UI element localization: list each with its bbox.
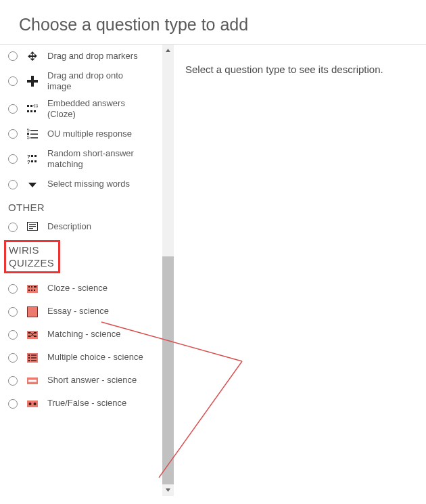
radio-icon[interactable]	[8, 307, 18, 317]
section-other-heading: OTHER	[0, 196, 162, 216]
ou-mr-icon	[27, 129, 38, 139]
w-cloze-icon	[27, 283, 38, 294]
svg-rect-3	[30, 105, 32, 107]
radio-icon[interactable]	[8, 129, 18, 139]
svg-rect-21	[29, 224, 36, 225]
svg-rect-42	[31, 357, 37, 358]
svg-rect-44	[31, 360, 37, 361]
qtype-label: Random short-answer matching	[47, 148, 149, 170]
section-wiris-heading: WIRIS QUIZZES	[0, 239, 162, 277]
svg-rect-7	[34, 110, 36, 112]
svg-rect-40	[31, 354, 37, 355]
svg-rect-22	[29, 226, 36, 227]
svg-rect-11	[30, 134, 38, 135]
radio-icon[interactable]	[8, 376, 18, 386]
w-mc-icon	[27, 352, 38, 363]
qtype-label: True/False - science	[47, 398, 126, 409]
svg-rect-46	[28, 380, 37, 382]
svg-rect-32	[28, 332, 31, 334]
svg-rect-26	[31, 286, 32, 288]
qtype-random-sa[interactable]: ?? Random short-answer matching	[0, 145, 162, 173]
w-tf-icon	[27, 398, 38, 409]
dd-markers-icon	[27, 51, 38, 62]
scroll-thumb[interactable]	[162, 256, 174, 486]
radio-icon[interactable]	[8, 330, 18, 340]
radio-icon[interactable]	[8, 154, 18, 164]
radio-icon[interactable]	[8, 399, 18, 409]
description-placeholder: Select a question type to see its descri…	[185, 64, 383, 75]
qtype-label: Matching - science	[47, 329, 120, 340]
svg-rect-23	[29, 228, 33, 229]
question-type-list: Drag and drop markers Drag and drop onto…	[0, 45, 162, 496]
w-matching-icon	[27, 329, 38, 340]
svg-rect-8	[27, 129, 29, 131]
qtype-missing-words[interactable]: Select missing words	[0, 173, 162, 196]
qtype-w-cloze[interactable]: Cloze - science	[0, 277, 162, 300]
svg-rect-19	[34, 160, 37, 162]
scroll-track[interactable]	[162, 56, 174, 484]
qtype-label: Select missing words	[47, 179, 130, 189]
svg-rect-9	[30, 130, 38, 131]
radio-icon[interactable]	[8, 76, 18, 86]
qtype-label: Embedded answers (Cloze)	[47, 98, 149, 120]
svg-rect-47	[27, 400, 38, 407]
qtype-dd-markers[interactable]: Drag and drop markers	[0, 45, 162, 68]
qtype-label: Drag and drop markers	[47, 51, 138, 62]
qtype-label: Multiple choice - science	[47, 352, 143, 363]
dd-image-icon	[27, 76, 38, 87]
w-sa-icon	[27, 375, 38, 386]
svg-text:?: ?	[27, 159, 30, 164]
svg-rect-24	[27, 285, 38, 293]
svg-rect-27	[34, 286, 37, 288]
cloze-icon	[27, 104, 38, 114]
radio-icon[interactable]	[8, 284, 18, 294]
svg-rect-5	[27, 110, 29, 112]
qtype-dd-image[interactable]: Drag and drop onto image	[0, 68, 162, 95]
svg-point-41	[28, 357, 30, 359]
svg-rect-18	[31, 160, 33, 162]
radio-icon[interactable]	[8, 353, 18, 363]
radio-icon[interactable]	[8, 51, 18, 61]
dialog-title: Choose a question type to add	[0, 0, 426, 44]
qtype-label: Short answer - science	[47, 375, 137, 386]
wiris-line2: QUIZZES	[9, 256, 54, 270]
qtype-description[interactable]: Description	[0, 216, 162, 239]
svg-rect-25	[28, 286, 30, 288]
qtype-cloze[interactable]: Embedded answers (Cloze)	[0, 95, 162, 123]
qtype-w-mc[interactable]: Multiple choice - science	[0, 346, 162, 369]
svg-rect-16	[34, 155, 37, 157]
qtype-label: Description	[47, 221, 91, 232]
qtype-label: Cloze - science	[47, 283, 108, 294]
svg-point-49	[34, 403, 37, 405]
radio-icon[interactable]	[8, 104, 18, 114]
scroll-up-button[interactable]	[162, 45, 174, 56]
qtype-w-tf[interactable]: True/False - science	[0, 392, 162, 415]
vertical-scrollbar[interactable]	[162, 45, 174, 496]
wiris-highlight-box: WIRIS QUIZZES	[4, 240, 60, 273]
qtype-label: OU multiple response	[47, 129, 132, 139]
qtype-w-essay[interactable]: Essay - science	[0, 300, 162, 323]
svg-rect-13	[30, 137, 38, 139]
scroll-down-button[interactable]	[162, 484, 174, 496]
svg-point-48	[29, 403, 32, 405]
svg-rect-2	[27, 105, 29, 107]
svg-rect-28	[28, 290, 30, 291]
random-sa-icon: ??	[27, 154, 38, 164]
w-essay-icon	[27, 306, 38, 317]
qtype-ou-mr[interactable]: OU multiple response	[0, 122, 162, 145]
qtype-w-matching[interactable]: Matching - science	[0, 323, 162, 346]
svg-point-43	[28, 359, 30, 361]
radio-icon[interactable]	[8, 223, 18, 232]
svg-rect-35	[34, 336, 37, 337]
svg-rect-12	[27, 137, 29, 139]
svg-point-39	[28, 354, 30, 356]
description-panel: Select a question type to see its descri…	[162, 45, 426, 496]
wiris-line1: WIRIS	[9, 244, 54, 257]
radio-icon[interactable]	[8, 180, 18, 189]
qtype-w-sa[interactable]: Short answer - science	[0, 369, 162, 392]
svg-rect-1	[27, 80, 38, 83]
svg-rect-33	[28, 336, 31, 337]
svg-rect-6	[30, 110, 32, 112]
svg-rect-15	[31, 155, 33, 157]
qtype-label: Essay - science	[47, 306, 109, 317]
